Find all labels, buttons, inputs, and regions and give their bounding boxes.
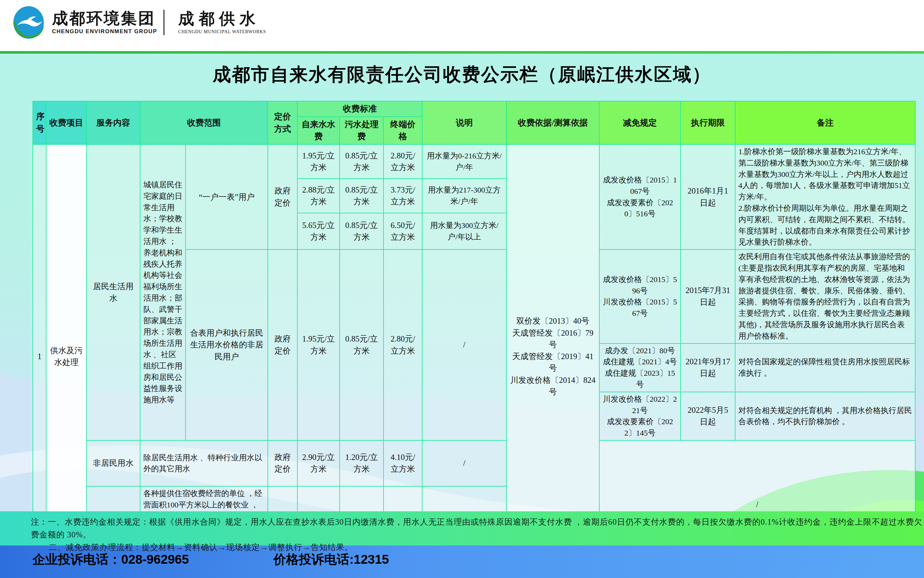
cell-nonresident-total: 4.10元/立方米	[384, 440, 422, 486]
company-logo-icon	[12, 5, 45, 40]
col-header-standard: 收费标准	[298, 101, 422, 117]
cell-nonresident-note: /	[422, 440, 507, 486]
brand-group-block: 成都环境集团 CHENGDU ENVIRONMENT GROUP	[52, 10, 157, 34]
brand-group-name: 成都环境集团	[52, 10, 157, 27]
cell-tier3-note: 用水量为300立方米/户/年以上	[422, 213, 507, 250]
cell-tier3-water: 5.65元/立方米	[298, 213, 340, 250]
cell-tier1-sewage: 0.85元/立方米	[340, 144, 384, 179]
company-complaint-phone: 企业投诉电话：028-962965	[32, 551, 189, 568]
footnote-line-1: 注：一、水费违约金相关规定：根据《供用水合同》规定，用水人应在查抄水表后30日内…	[31, 516, 924, 541]
cell-nonresident-water: 2.90元/立方米	[298, 440, 340, 486]
cell-item-water-sewage: 供水及污水处理	[46, 144, 86, 569]
cell-period-childcare: 2022年5月5日起	[681, 392, 735, 440]
cell-remark-rental-housing: 对符合国家规定的保障性租赁住房用水按照居民标准执行 。	[735, 344, 915, 392]
cell-tier1-note: 用水量为0-216立方米/户/年	[422, 144, 507, 179]
cell-period-onemeter: 2016年1月1日起	[681, 144, 735, 250]
col-header-waiver: 减免规定	[599, 101, 681, 144]
complaint-phones: 企业投诉电话：028-962965 价格投诉电话:12315	[32, 551, 389, 568]
col-header-sewage-fee: 污水处理费	[340, 117, 384, 144]
cell-pricing-combined: 政府定价	[268, 250, 298, 440]
cell-waiver-onemeter: 成发改价格〔2015〕1067号 成发改要素价〔2020〕516号	[599, 144, 681, 250]
col-header-basis: 收费依据/测算依据	[507, 101, 599, 144]
col-header-period: 执行期限	[681, 101, 735, 144]
cell-waiver-childcare: 川发改价格〔2022〕221号 成发改要素价〔2022〕145号	[599, 392, 681, 440]
col-header-scope: 收费范围	[140, 101, 268, 144]
cell-waiver-rental-housing: 成办发〔2021〕80号 成住建规〔2021〕4号 成住建规〔2023〕15号	[599, 344, 681, 392]
cell-scope-resident: 城镇居民住宅家庭的日常生活用水；学校教学和学生生活用水 ；养老机构和残疾人托养机…	[140, 144, 186, 440]
brand-lockup: 成都环境集团 CHENGDU ENVIRONMENT GROUP 成都供水 CH…	[12, 5, 266, 40]
fee-table: 序号 收费项目 服务内容 收费范围 定价方式 收费标准 说明 收费依据/测算依据…	[32, 101, 916, 578]
cell-user-combined: 合表用户和执行居民生活用水价格的非居民用户	[186, 250, 268, 440]
price-complaint-phone: 价格投诉电话:12315	[273, 551, 389, 568]
brand-water-name-en: CHENGDU MUNICIPAL WATERWORKS	[178, 29, 266, 34]
cell-tier2-water: 2.88元/立方米	[298, 179, 340, 213]
brand-water-block: 成都供水 CHENGDU MUNICIPAL WATERWORKS	[178, 10, 266, 34]
col-header-water-fee: 自来水水费	[298, 117, 340, 144]
col-header-note: 说明	[422, 101, 507, 144]
row-tier1: 1 供水及污水处理 居民生活用水 城镇居民住宅家庭的日常生活用水；学校教学和学生…	[33, 144, 915, 179]
cell-remark-childcare: 对符合相关规定的托育机构 ，其用水价格执行居民合表价格，均不执行阶梯加价 。	[735, 392, 915, 440]
cell-tier2-note: 用水量为217-300立方米/户/年	[422, 179, 507, 213]
col-header-seq: 序号	[33, 101, 46, 144]
cell-tier2-sewage: 0.85元/立方米	[340, 179, 384, 213]
page-title: 成都市自来水有限责任公司收费公示栏（原岷江供水区域）	[0, 62, 924, 87]
cell-tier1-water: 1.95元/立方米	[298, 144, 340, 179]
brand-divider	[163, 10, 165, 35]
cell-combined-note: /	[422, 250, 507, 440]
banner-divider-rule	[0, 51, 924, 54]
cell-service-nonresident: 非居民用水	[86, 440, 140, 486]
col-header-remark: 备注	[735, 101, 915, 144]
brand-group-name-en: CHENGDU ENVIRONMENT GROUP	[52, 28, 157, 35]
cell-seq-1: 1	[33, 144, 46, 569]
cell-combined-total: 2.80元/立方米	[384, 250, 422, 440]
cell-tier3-sewage: 0.85元/立方米	[340, 213, 384, 250]
footnotes-strip: 注：一、水费违约金相关规定：根据《供用水合同》规定，用水人应在查抄水表后30日内…	[0, 511, 924, 546]
cell-combined-water: 1.95元/立方米	[298, 250, 340, 440]
col-header-pricing: 定价方式	[268, 101, 298, 144]
cell-remark-rural-tourism: 农民利用自有住宅或其他条件依法从事旅游经营的(主要是指农民利用其享有产权的房屋、…	[735, 250, 915, 343]
cell-basis-s1: 双价发〔2013〕40号 天成管经发〔2016〕79号 天成管经发〔2019〕4…	[507, 144, 599, 569]
col-header-service: 服务内容	[86, 101, 140, 144]
row-nonresident: 非居民用水 除居民生活用水 、特种行业用水以外的其它用水 政府定价 2.90元/…	[33, 440, 915, 486]
cell-pricing-onemeter: 政府定价	[268, 144, 298, 250]
cell-remark-onemeter: 1.阶梯水价第一级阶梯水量基数为216立方米/年、第二级阶梯水量基数为300立方…	[735, 144, 915, 250]
cell-waiver-rural-tourism: 成发改价格〔2015〕596号 川发改价格〔2015〕567号	[599, 250, 681, 343]
header-row-1: 序号 收费项目 服务内容 收费范围 定价方式 收费标准 说明 收费依据/测算依据…	[33, 101, 915, 117]
cell-tier3-total: 6.50元/立方米	[384, 213, 422, 250]
cell-tier1-total: 2.80元/立方米	[384, 144, 422, 179]
cell-pricing-nonresident: 政府定价	[268, 440, 298, 486]
cell-tier2-total: 3.73元/立方米	[384, 179, 422, 213]
col-header-item: 收费项目	[46, 101, 86, 144]
cell-scope-nonresident: 除居民生活用水 、特种行业用水以外的其它用水	[140, 440, 268, 486]
brand-water-name: 成都供水	[178, 10, 266, 27]
cell-user-onemeter: “一户一表”用户	[186, 144, 268, 250]
cell-period-rental-housing: 2021年9月17日起	[681, 344, 735, 392]
cell-nonresident-sewage: 1.20元/立方米	[340, 440, 384, 486]
col-header-total-price: 终端价格	[384, 117, 422, 144]
notice-board: 成都环境集团 CHENGDU ENVIRONMENT GROUP 成都供水 CH…	[0, 0, 924, 578]
cell-combined-sewage: 0.85元/立方米	[340, 250, 384, 440]
cell-service-resident: 居民生活用水	[86, 144, 140, 440]
cell-period-rural-tourism: 2015年7月31日起	[681, 250, 735, 343]
